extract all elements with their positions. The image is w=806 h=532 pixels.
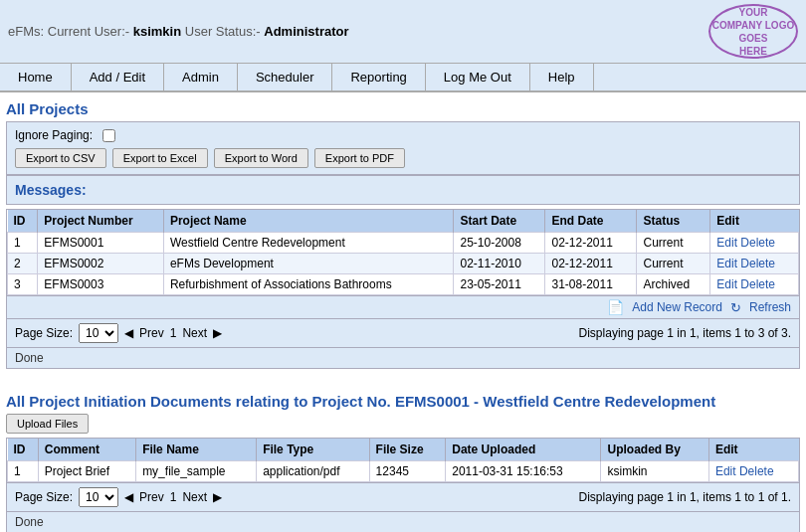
doc-next-arrow[interactable]: ▶ — [213, 490, 222, 504]
documents-table-header: ID Comment File Name File Type File Size… — [8, 439, 799, 461]
table-row: 3 EFMS0003 Refurbishment of Associations… — [8, 274, 799, 295]
export-word-button[interactable]: Export to Word — [214, 148, 308, 168]
export-csv-button[interactable]: Export to CSV — [15, 148, 106, 168]
doc-next-link[interactable]: Next — [182, 490, 207, 504]
user-role: Administrator — [264, 24, 348, 39]
doc-col-edit: Edit — [708, 439, 798, 461]
documents-done: Done — [6, 512, 800, 532]
page-size-select[interactable]: 10 25 50 — [79, 323, 118, 343]
doc-prev-link[interactable]: Prev — [139, 490, 164, 504]
doc-col-filename: File Name — [136, 439, 257, 461]
table-row: 2 EFMS0002 eFMs Development 02-11-2010 0… — [8, 254, 799, 274]
documents-table: ID Comment File Name File Type File Size… — [7, 439, 799, 482]
table-row: 1 Project Brief my_file_sample applicati… — [8, 461, 799, 482]
refresh-link[interactable]: Refresh — [749, 300, 791, 314]
cell-start-date: 25-10-2008 — [454, 233, 545, 254]
cell-id: 2 — [8, 254, 38, 274]
current-user-label: Current User:- — [48, 24, 129, 39]
edit-link[interactable]: Edit — [716, 277, 737, 291]
cell-filename: my_file_sample — [136, 461, 257, 482]
projects-pagination: Page Size: 10 25 50 ◀ Prev 1 Next ▶ Disp… — [6, 319, 800, 348]
doc-col-uploaded-by: Uploaded By — [601, 439, 708, 461]
ignore-paging-checkbox[interactable] — [102, 129, 115, 142]
doc-col-comment: Comment — [38, 439, 135, 461]
cell-project-number: EFMS0003 — [38, 274, 164, 295]
edit-link[interactable]: Edit — [716, 257, 737, 270]
doc-col-filesize: File Size — [369, 439, 446, 461]
documents-table-wrapper: ID Comment File Name File Type File Size… — [6, 438, 800, 483]
cell-id: 3 — [8, 274, 38, 295]
upload-row: Upload Files — [6, 414, 800, 434]
next-link[interactable]: Next — [182, 326, 207, 340]
header-title: eFMs: Current User:- ksimkin User Status… — [8, 24, 349, 39]
documents-section: All Project Initiation Documents relatin… — [6, 393, 800, 532]
add-icon: 📄 — [607, 299, 624, 315]
messages-label: Messages: — [15, 182, 87, 198]
prev-arrow[interactable]: ◀ — [124, 326, 133, 340]
nav-scheduler[interactable]: Scheduler — [238, 64, 333, 90]
doc-col-date-uploaded: Date Uploaded — [446, 439, 601, 461]
nav-admin[interactable]: Admin — [164, 64, 238, 90]
nav-help[interactable]: Help — [530, 64, 594, 90]
col-id: ID — [8, 210, 38, 233]
projects-toolbar: Ignore Paging: Export to CSV Export to E… — [6, 121, 800, 175]
cell-project-number: EFMS0001 — [38, 233, 164, 254]
edit-link[interactable]: Edit — [715, 464, 736, 478]
cell-project-name: Refurbishment of Associations Bathrooms — [163, 274, 454, 295]
refresh-icon: ↻ — [730, 300, 741, 315]
cell-start-date: 02-11-2010 — [454, 254, 545, 274]
delete-link[interactable]: Delete — [740, 236, 775, 250]
export-excel-button[interactable]: Export to Excel — [112, 148, 208, 168]
edit-link[interactable]: Edit — [716, 236, 737, 250]
cell-edit: Edit Delete — [708, 461, 798, 482]
col-edit: Edit — [710, 210, 799, 233]
projects-section: All Projects Ignore Paging: Export to CS… — [6, 100, 800, 369]
header: eFMs: Current User:- ksimkin User Status… — [0, 0, 806, 64]
cell-project-number: EFMS0002 — [38, 254, 164, 274]
navigation: Home Add / Edit Admin Scheduler Reportin… — [0, 64, 806, 92]
projects-table-header: ID Project Number Project Name Start Dat… — [8, 210, 799, 233]
upload-files-button[interactable]: Upload Files — [6, 414, 89, 434]
projects-display-text: Displaying page 1 in 1, items 1 to 3 of … — [579, 326, 791, 340]
col-project-name: Project Name — [163, 210, 454, 233]
cell-comment: Project Brief — [38, 461, 135, 482]
cell-filesize: 12345 — [369, 461, 446, 482]
nav-log-out[interactable]: Log Me Out — [426, 64, 530, 90]
ignore-paging-label: Ignore Paging: — [15, 128, 93, 142]
doc-prev-arrow[interactable]: ◀ — [124, 490, 133, 504]
add-new-record-link[interactable]: Add New Record — [632, 300, 722, 314]
col-end-date: End Date — [545, 210, 637, 233]
next-arrow[interactable]: ▶ — [213, 326, 222, 340]
cell-start-date: 23-05-2011 — [454, 274, 545, 295]
user-status-label: User Status:- — [185, 24, 261, 39]
page-number: 1 — [170, 326, 177, 340]
cell-status: Current — [637, 233, 710, 254]
doc-page-size-select[interactable]: 10 25 50 — [79, 487, 118, 507]
doc-col-filetype: File Type — [257, 439, 369, 461]
projects-title: All Projects — [6, 100, 800, 117]
prev-link[interactable]: Prev — [139, 326, 164, 340]
documents-display-text: Displaying page 1 in 1, items 1 to 1 of … — [579, 490, 791, 504]
cell-id: 1 — [8, 233, 38, 254]
cell-edit: Edit Delete — [710, 254, 799, 274]
export-pdf-button[interactable]: Export to PDF — [314, 148, 405, 168]
cell-end-date: 31-08-2011 — [545, 274, 637, 295]
projects-table-wrapper: ID Project Number Project Name Start Dat… — [6, 209, 800, 296]
cell-project-name: Westfield Centre Redevelopment — [163, 233, 454, 254]
projects-done: Done — [6, 348, 800, 369]
delete-link[interactable]: Delete — [740, 257, 775, 270]
documents-title: All Project Initiation Documents relatin… — [6, 393, 800, 410]
delete-link[interactable]: Delete — [739, 464, 774, 478]
cell-filetype: application/pdf — [257, 461, 369, 482]
nav-reporting[interactable]: Reporting — [332, 64, 425, 90]
cell-status: Current — [637, 254, 710, 274]
nav-home[interactable]: Home — [0, 64, 72, 90]
cell-edit: Edit Delete — [710, 274, 799, 295]
delete-link[interactable]: Delete — [740, 277, 775, 291]
cell-end-date: 02-12-2011 — [545, 233, 637, 254]
logo-text: YOUR COMPANY LOGO GOES HERE — [712, 6, 794, 58]
cell-date-uploaded: 2011-03-31 15:16:53 — [446, 461, 601, 482]
header-prefix: eFMs: — [8, 24, 44, 39]
nav-add-edit[interactable]: Add / Edit — [72, 64, 164, 90]
table-row: 1 EFMS0001 Westfield Centre Redevelopmen… — [8, 233, 799, 254]
